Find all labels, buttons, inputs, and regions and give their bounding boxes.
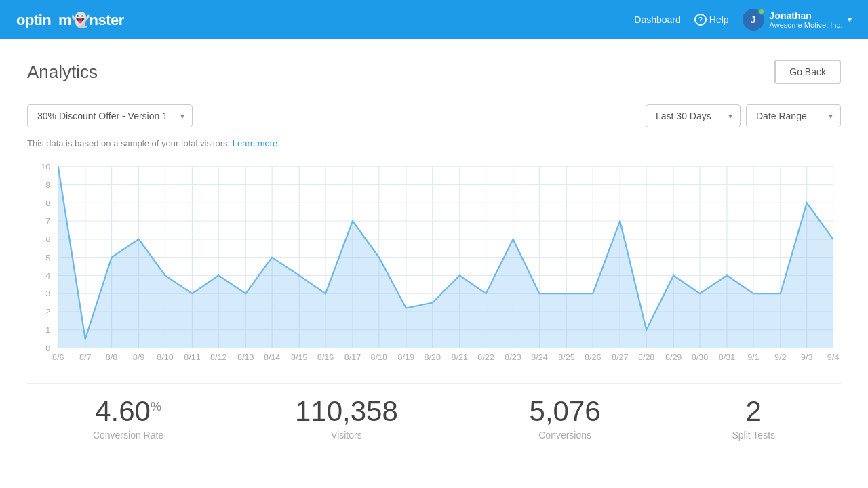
svg-text:3: 3 [45, 289, 50, 299]
conversions-value: 5,076 [530, 397, 601, 426]
date-preset-select-wrapper: Last 30 Days Last 7 Days Last 90 Days Cu… [646, 104, 741, 127]
svg-text:8/10: 8/10 [157, 352, 174, 362]
header: optin m👻nster Dashboard ? Help J Jonatha… [0, 0, 868, 39]
svg-text:8: 8 [45, 199, 50, 208]
svg-text:10: 10 [41, 162, 50, 171]
svg-text:8/26: 8/26 [585, 352, 601, 362]
svg-text:9/1: 9/1 [747, 352, 760, 362]
stat-conversions: 5,076 Conversions [530, 397, 601, 441]
conversions-label: Conversions [530, 430, 601, 441]
svg-text:8/15: 8/15 [291, 352, 308, 362]
svg-text:9/2: 9/2 [774, 352, 787, 362]
svg-text:7: 7 [45, 217, 50, 226]
analytics-chart: .grid-line { stroke: #e0e8f0; stroke-wid… [27, 159, 841, 363]
learn-more-link[interactable]: Learn more. [233, 138, 280, 148]
stats-row: 4.60% Conversion Rate 110,358 Visitors 5… [27, 383, 841, 447]
dashboard-link[interactable]: Dashboard [634, 14, 681, 25]
right-filters: Last 30 Days Last 7 Days Last 90 Days Cu… [646, 104, 841, 127]
stat-conversion-rate: 4.60% Conversion Rate [93, 397, 163, 441]
svg-text:8/30: 8/30 [692, 352, 709, 362]
svg-text:6: 6 [45, 235, 50, 245]
conversion-rate-value: 4.60% [93, 397, 163, 426]
svg-text:8/25: 8/25 [558, 352, 575, 362]
date-range-select[interactable]: Date Range [746, 104, 841, 127]
date-preset-select[interactable]: Last 30 Days Last 7 Days Last 90 Days Cu… [646, 104, 741, 127]
svg-text:1: 1 [45, 325, 50, 335]
svg-text:9/3: 9/3 [801, 352, 813, 362]
logo: optin m👻nster [16, 9, 138, 30]
user-menu-chevron-icon: ▾ [848, 15, 852, 24]
header-nav: Dashboard ? Help J Jonathan Awesome Moti… [634, 9, 852, 30]
help-link[interactable]: ? Help [694, 14, 729, 26]
svg-text:8/16: 8/16 [317, 352, 334, 362]
svg-text:8/17: 8/17 [344, 352, 361, 362]
svg-text:8/22: 8/22 [477, 352, 494, 362]
chart-container: .grid-line { stroke: #e0e8f0; stroke-wid… [27, 159, 841, 363]
stat-visitors: 110,358 Visitors [295, 397, 398, 441]
svg-text:8/28: 8/28 [638, 352, 655, 362]
filters-row: 30% Discount Offer - Version 1 ▾ Last 30… [27, 104, 841, 127]
split-tests-value: 2 [732, 397, 776, 426]
svg-text:8/18: 8/18 [371, 352, 388, 362]
help-icon: ? [694, 14, 707, 26]
svg-text:8/21: 8/21 [451, 352, 468, 362]
online-indicator [758, 8, 765, 15]
svg-text:8/27: 8/27 [612, 352, 629, 362]
svg-text:9/4: 9/4 [827, 352, 840, 362]
svg-text:8/12: 8/12 [210, 352, 227, 362]
campaign-select[interactable]: 30% Discount Offer - Version 1 [27, 104, 193, 127]
svg-text:8/11: 8/11 [184, 352, 201, 362]
svg-text:optin: optin [16, 12, 51, 28]
user-name: Jonathan [770, 10, 842, 21]
user-menu[interactable]: J Jonathan Awesome Motive, Inc. ▾ [743, 9, 852, 30]
conversion-rate-label: Conversion Rate [93, 430, 163, 441]
svg-text:8/19: 8/19 [398, 352, 415, 362]
logo-area: optin m👻nster [16, 9, 138, 30]
svg-text:8/13: 8/13 [237, 352, 254, 362]
user-company: Awesome Motive, Inc. [770, 21, 842, 29]
go-back-button[interactable]: Go Back [774, 60, 841, 84]
avatar: J [743, 9, 764, 30]
svg-text:0: 0 [45, 344, 50, 353]
svg-text:8/9: 8/9 [133, 352, 145, 362]
main-content: Analytics Go Back 30% Discount Offer - V… [0, 39, 868, 488]
svg-text:8/31: 8/31 [719, 352, 736, 362]
svg-text:8/23: 8/23 [505, 352, 521, 362]
svg-text:8/14: 8/14 [264, 352, 281, 362]
svg-text:8/20: 8/20 [424, 352, 441, 362]
svg-text:2: 2 [45, 308, 50, 317]
svg-text:4: 4 [45, 271, 50, 281]
page-header: Analytics Go Back [27, 60, 841, 84]
svg-text:8/7: 8/7 [79, 352, 92, 362]
visitors-label: Visitors [295, 430, 398, 441]
visitors-value: 110,358 [295, 397, 398, 426]
info-text: This data is based on a sample of your t… [27, 138, 841, 148]
svg-text:8/6: 8/6 [52, 352, 64, 362]
stat-split-tests: 2 Split Tests [732, 397, 776, 441]
svg-text:9: 9 [45, 180, 50, 190]
split-tests-label: Split Tests [732, 430, 776, 441]
campaign-select-wrapper: 30% Discount Offer - Version 1 ▾ [27, 104, 193, 127]
svg-text:5: 5 [45, 253, 50, 262]
svg-text:8/29: 8/29 [665, 352, 682, 362]
svg-text:m👻nster: m👻nster [58, 11, 125, 29]
page-title: Analytics [27, 62, 98, 83]
svg-text:8/24: 8/24 [531, 352, 548, 362]
date-range-select-wrapper: Date Range ▾ [746, 104, 841, 127]
svg-text:8/8: 8/8 [106, 352, 118, 362]
user-info: Jonathan Awesome Motive, Inc. [770, 10, 842, 29]
